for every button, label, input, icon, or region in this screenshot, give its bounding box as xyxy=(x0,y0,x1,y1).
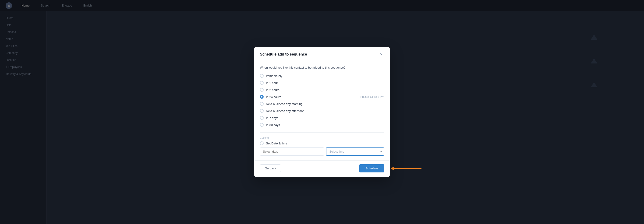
modal-footer: Go back Schedule xyxy=(254,160,390,177)
radio-2hours xyxy=(260,88,264,92)
radio-set-date-time xyxy=(260,141,264,145)
label-next-afternoon: Next business day afternoon xyxy=(266,109,384,113)
schedule-button[interactable]: Schedule xyxy=(359,164,384,173)
label-set-date-time: Set Date & time xyxy=(266,142,384,145)
option-7days[interactable]: In 7 days xyxy=(260,116,384,120)
go-back-button[interactable]: Go back xyxy=(260,165,281,172)
label-2hours: In 2 hours xyxy=(266,88,384,92)
radio-7days xyxy=(260,116,264,120)
radio-24hours xyxy=(260,95,264,99)
time-select[interactable]: Select time xyxy=(326,148,384,156)
label-7days: In 7 days xyxy=(266,116,384,120)
option-24hours[interactable]: In 24 hours Fri Jan 13 7:52 PM xyxy=(260,95,384,99)
arrow-annotation xyxy=(391,167,422,170)
option-30days[interactable]: In 30 days xyxy=(260,123,384,127)
option-set-date-time[interactable]: Set Date & time xyxy=(260,141,384,145)
divider xyxy=(260,132,384,133)
radio-30days xyxy=(260,123,264,127)
label-24hours: In 24 hours xyxy=(266,95,358,99)
custom-label: Custom xyxy=(260,136,384,139)
modal-body: When would you like this contact to be a… xyxy=(254,61,390,160)
option-2hours[interactable]: In 2 hours xyxy=(260,88,384,92)
date-time-inputs: Select time ▾ xyxy=(260,148,384,156)
modal-header: Schedule add to sequence × xyxy=(254,47,390,61)
label-1hour: In 1 hour xyxy=(266,81,384,85)
modal-title: Schedule add to sequence xyxy=(260,52,307,56)
schedule-options: Immediately In 1 hour In 2 hours In 24 h… xyxy=(260,74,384,127)
label-immediately: Immediately xyxy=(266,74,384,78)
custom-section: Custom Set Date & time Select time ▾ xyxy=(260,136,384,156)
radio-next-morning xyxy=(260,102,264,106)
radio-immediately xyxy=(260,74,264,78)
radio-next-afternoon xyxy=(260,109,264,113)
option-next-morning[interactable]: Next business day morning xyxy=(260,102,384,106)
option-next-afternoon[interactable]: Next business day afternoon xyxy=(260,109,384,113)
modal-overlay: Schedule add to sequence × When would yo… xyxy=(0,0,644,224)
option-immediately[interactable]: Immediately xyxy=(260,74,384,78)
label-30days: In 30 days xyxy=(266,123,384,127)
modal-close-button[interactable]: × xyxy=(378,51,384,57)
modal-question: When would you like this contact to be a… xyxy=(260,66,384,69)
date-input[interactable] xyxy=(260,148,324,156)
time-select-wrapper: Select time ▾ xyxy=(326,148,384,156)
arrow-line xyxy=(394,168,422,169)
option-1hour[interactable]: In 1 hour xyxy=(260,81,384,85)
schedule-modal: Schedule add to sequence × When would yo… xyxy=(254,47,390,177)
radio-1hour xyxy=(260,81,264,85)
label-next-morning: Next business day morning xyxy=(266,102,384,106)
schedule-button-container: Schedule xyxy=(359,164,384,173)
hint-24hours: Fri Jan 13 7:52 PM xyxy=(360,95,384,98)
